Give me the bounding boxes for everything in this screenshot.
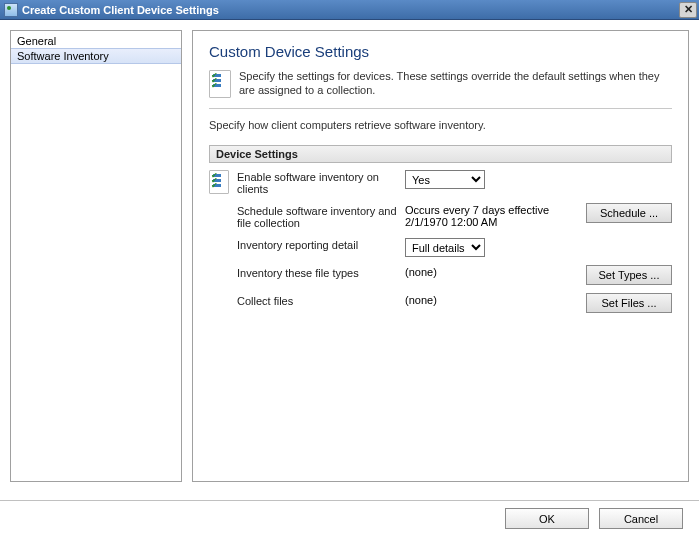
client-area: General Software Inventory Custom Device… <box>0 20 699 490</box>
row-enable-inventory: ✔✔✔ Enable software inventory on clients… <box>209 169 672 195</box>
sidebar-item-software-inventory[interactable]: Software Inventory <box>11 48 181 64</box>
types-value: (none) <box>405 265 570 278</box>
divider <box>209 108 672 109</box>
ok-button[interactable]: OK <box>505 508 589 529</box>
schedule-button[interactable]: Schedule ... <box>586 203 672 223</box>
collect-label: Collect files <box>237 293 405 307</box>
detail-select[interactable]: Full details <box>405 238 485 257</box>
close-button[interactable]: ✕ <box>679 2 697 18</box>
app-icon <box>4 3 18 17</box>
checklist-icon: ✔✔✔ <box>209 170 229 194</box>
row-collect-files: Collect files (none) Set Files ... <box>209 293 672 313</box>
enable-select[interactable]: Yes <box>405 170 485 189</box>
device-settings-header: Device Settings <box>209 145 672 163</box>
schedule-label: Schedule software inventory and file col… <box>237 203 405 229</box>
subintro-text: Specify how client computers retrieve so… <box>209 119 672 131</box>
sidebar: General Software Inventory <box>10 30 182 482</box>
set-types-button[interactable]: Set Types ... <box>586 265 672 285</box>
titlebar: Create Custom Client Device Settings ✕ <box>0 0 699 20</box>
row-schedule: Schedule software inventory and file col… <box>209 203 672 229</box>
set-files-button[interactable]: Set Files ... <box>586 293 672 313</box>
checklist-icon: ✔✔✔ <box>209 70 231 98</box>
footer: OK Cancel <box>0 500 699 536</box>
types-label: Inventory these file types <box>237 265 405 279</box>
row-file-types: Inventory these file types (none) Set Ty… <box>209 265 672 285</box>
cancel-button[interactable]: Cancel <box>599 508 683 529</box>
row-reporting-detail: Inventory reporting detail Full details <box>209 237 672 257</box>
page-title: Custom Device Settings <box>209 43 672 60</box>
collect-value: (none) <box>405 293 570 306</box>
settings-panel: Custom Device Settings ✔✔✔ Specify the s… <box>192 30 689 482</box>
schedule-value: Occurs every 7 days effective 2/1/1970 1… <box>405 203 570 228</box>
close-icon: ✕ <box>684 3 693 16</box>
window-title: Create Custom Client Device Settings <box>22 4 679 16</box>
detail-label: Inventory reporting detail <box>237 237 405 251</box>
enable-label: Enable software inventory on clients <box>237 169 405 195</box>
sidebar-item-general[interactable]: General <box>11 34 181 48</box>
intro-text: Specify the settings for devices. These … <box>239 70 672 98</box>
